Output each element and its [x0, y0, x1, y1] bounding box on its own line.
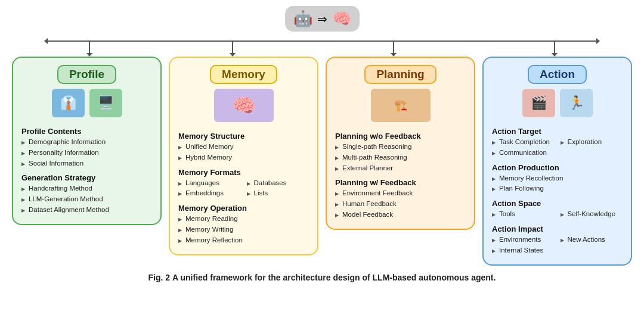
memory-structure-title: Memory Structure	[178, 132, 309, 141]
connector-arrows	[12, 35, 632, 57]
caption-label: Fig. 2	[148, 273, 171, 282]
figure-caption: Fig. 2 A unified framework for the archi…	[148, 273, 496, 282]
memory-operation-section: Memory Operation Memory Reading Memory W…	[178, 199, 309, 245]
list-item: Languages	[178, 178, 241, 189]
list-item: Lists	[247, 188, 309, 199]
action-target-col2: Exploration	[561, 137, 623, 158]
action-impact-col2: New Actions	[561, 235, 623, 256]
list-item: Self-Knowledge	[561, 209, 623, 220]
arrow-icon: ⇒	[317, 12, 327, 26]
memory-img-1: 🧠	[214, 89, 274, 122]
list-item: Tools	[492, 209, 555, 220]
action-target-col1: Task Completion Communication	[492, 137, 555, 158]
action-target-section: Action Target Task Completion Communicat…	[492, 122, 623, 158]
memory-structure-section: Memory Structure Unified Memory Hybrid M…	[178, 127, 309, 163]
list-item: Handcrafting Method	[21, 183, 152, 194]
list-item: Hybrid Memory	[178, 152, 309, 163]
action-production-section: Action Production Memory Recollection Pl…	[492, 158, 623, 195]
profile-title: Profile	[57, 65, 116, 84]
action-images: 🎬 🏃	[492, 89, 623, 117]
profile-img-1: 👔	[52, 89, 85, 117]
list-item: Internal States	[492, 245, 555, 256]
list-item: Human Feedback	[335, 199, 466, 210]
list-item: Dataset Alignment Method	[21, 205, 152, 216]
action-target-cols: Task Completion Communication Exploratio…	[492, 137, 623, 158]
profile-contents-list: Demographic Information Personality Info…	[21, 137, 152, 169]
action-space-cols: Tools Self-Knowledge	[492, 209, 623, 220]
list-item: Unified Memory	[178, 142, 309, 152]
svg-marker-10	[596, 38, 600, 44]
list-item: Memory Reflection	[178, 235, 309, 246]
planning-w-feedback-title: Planning w/ Feedback	[335, 178, 466, 187]
planning-title: Planning	[364, 65, 436, 84]
memory-formats-title: Memory Formats	[178, 168, 309, 177]
list-item: Model Feedback	[335, 210, 466, 220]
action-impact-cols: Environments Internal States New Actions	[492, 235, 623, 256]
action-impact-col1: Environments Internal States	[492, 235, 555, 256]
planning-img-1: 🏗️	[371, 89, 431, 122]
action-impact-section: Action Impact Environments Internal Stat…	[492, 220, 623, 256]
action-production-list: Memory Recollection Plan Following	[492, 173, 623, 195]
planning-w-feedback-list: Environment Feedback Human Feedback Mode…	[335, 188, 466, 220]
action-space-col2: Self-Knowledge	[561, 209, 623, 220]
action-space-col1: Tools	[492, 209, 555, 220]
planning-wo-feedback-title: Planning w/o Feedback	[335, 132, 466, 141]
action-space-title: Action Space	[492, 199, 623, 208]
generation-strategy-title: Generation Strategy	[21, 173, 152, 182]
list-item: Memory Writing	[178, 225, 309, 235]
list-item: Demographic Information	[21, 137, 152, 148]
brain-icon: 🧠	[332, 10, 351, 28]
list-item: Single-path Reasoning	[335, 142, 466, 152]
list-item: Social Information	[21, 158, 152, 169]
planning-wo-feedback-list: Single-path Reasoning Multi-path Reasoni…	[335, 142, 466, 173]
svg-marker-9	[44, 38, 48, 44]
cards-row: Profile 👔 🖥️ Profile Contents Demographi…	[12, 57, 632, 266]
action-space-section: Action Space Tools Self-Knowledge	[492, 194, 623, 220]
memory-operation-list: Memory Reading Memory Writing Memory Ref…	[178, 214, 309, 245]
profile-card: Profile 👔 🖥️ Profile Contents Demographi…	[12, 57, 162, 225]
list-item: Communication	[492, 148, 555, 158]
profile-img-2: 🖥️	[89, 89, 122, 117]
action-target-title: Action Target	[492, 127, 623, 136]
action-title: Action	[528, 65, 587, 84]
action-impact-title: Action Impact	[492, 225, 623, 233]
action-img-2: 🏃	[560, 89, 593, 117]
memory-formats-col1: Languages Embeddings	[178, 178, 241, 199]
list-item: Memory Recollection	[492, 173, 623, 184]
list-item: New Actions	[561, 235, 623, 245]
memory-formats-cols: Languages Embeddings Databases Lists	[178, 178, 309, 199]
memory-formats-col2: Databases Lists	[247, 178, 309, 199]
list-item: Environments	[492, 235, 555, 245]
top-icons: 🤖 ⇒ 🧠	[285, 6, 360, 32]
action-production-title: Action Production	[492, 163, 623, 172]
list-item: Databases	[247, 178, 309, 189]
generation-strategy-list: Handcrafting Method LLM-Generation Metho…	[21, 183, 152, 215]
memory-operation-title: Memory Operation	[178, 204, 309, 213]
action-img-1: 🎬	[522, 89, 555, 117]
list-item: Embeddings	[178, 188, 241, 199]
planning-card: Planning 🏗️ Planning w/o Feedback Single…	[326, 57, 475, 230]
planning-images: 🏗️	[335, 89, 466, 122]
planning-wo-feedback-section: Planning w/o Feedback Single-path Reason…	[335, 127, 466, 173]
caption-text: A unified framework for the architecture…	[172, 273, 496, 282]
list-item: Plan Following	[492, 183, 623, 194]
generation-strategy-section: Generation Strategy Handcrafting Method …	[21, 169, 152, 215]
profile-contents-section: Profile Contents Demographic Information…	[21, 122, 152, 169]
list-item: Multi-path Reasoning	[335, 152, 466, 163]
profile-contents-title: Profile Contents	[21, 127, 152, 136]
action-card: Action 🎬 🏃 Action Target Task Completion…	[482, 57, 632, 266]
list-item: Exploration	[561, 137, 623, 148]
chatgpt-icon: 🤖 ⇒ 🧠	[285, 6, 360, 32]
list-item: Personality Information	[21, 148, 152, 158]
profile-images: 👔 🖥️	[21, 89, 152, 117]
list-item: External Planner	[335, 163, 466, 174]
list-item: LLM-Generation Method	[21, 194, 152, 205]
list-item: Task Completion	[492, 137, 555, 148]
memory-title: Memory	[210, 65, 277, 84]
robot-icon: 🤖	[293, 10, 312, 28]
list-item: Memory Reading	[178, 214, 309, 225]
memory-formats-section: Memory Formats Languages Embeddings Data…	[178, 163, 309, 199]
planning-w-feedback-section: Planning w/ Feedback Environment Feedbac…	[335, 173, 466, 220]
memory-structure-list: Unified Memory Hybrid Memory	[178, 142, 309, 163]
memory-card: Memory 🧠 Memory Structure Unified Memory…	[169, 57, 318, 255]
